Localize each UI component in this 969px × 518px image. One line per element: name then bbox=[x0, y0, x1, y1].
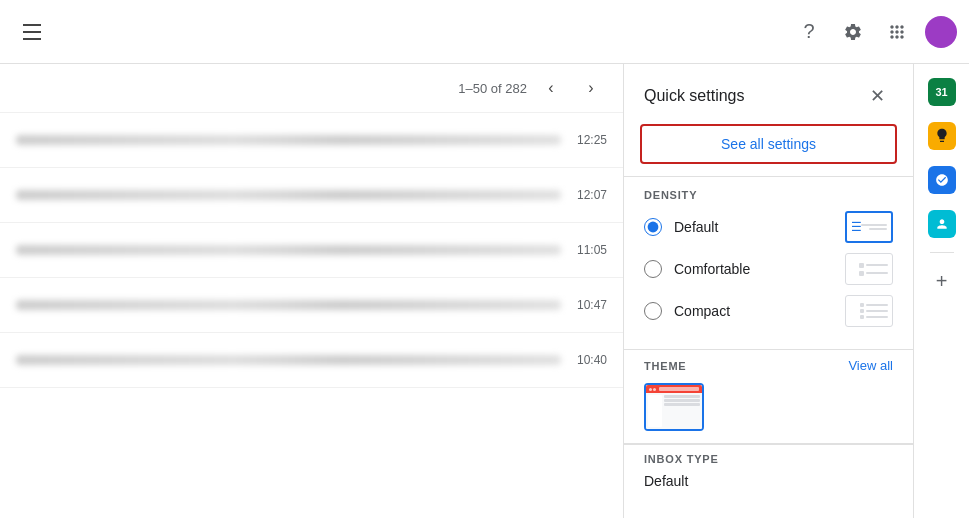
table-row[interactable]: 12:25 bbox=[0, 113, 623, 168]
email-items: 12:25 12:07 11:05 10:47 10:40 bbox=[0, 113, 623, 388]
density-label: DENSITY bbox=[644, 189, 893, 201]
email-subject bbox=[16, 300, 561, 310]
add-app-button[interactable]: + bbox=[922, 261, 962, 301]
pagination-text: 1–50 of 282 bbox=[458, 81, 527, 96]
close-icon[interactable]: ✕ bbox=[861, 80, 893, 112]
inbox-type-section: INBOX TYPE Default bbox=[624, 444, 913, 497]
density-compact-label: Compact bbox=[674, 303, 845, 319]
email-subject bbox=[16, 135, 561, 145]
density-comfortable-option[interactable]: Comfortable bbox=[644, 253, 893, 285]
prev-page-button[interactable]: ‹ bbox=[535, 72, 567, 104]
density-section: DENSITY Default ☰ Comfortable bbox=[624, 177, 913, 349]
theme-section: THEME View all bbox=[624, 350, 913, 443]
density-compact-preview bbox=[845, 295, 893, 327]
table-row[interactable]: 12:07 bbox=[0, 168, 623, 223]
density-default-label: Default bbox=[674, 219, 845, 235]
contacts-icon[interactable] bbox=[922, 204, 962, 244]
email-subject bbox=[16, 190, 561, 200]
keep-icon[interactable] bbox=[922, 116, 962, 156]
table-row[interactable]: 10:47 bbox=[0, 278, 623, 333]
settings-icon[interactable] bbox=[833, 12, 873, 52]
theme-header: THEME View all bbox=[644, 358, 893, 373]
email-subject bbox=[16, 355, 561, 365]
inbox-type-value: Default bbox=[644, 473, 893, 489]
top-bar-icons: ? bbox=[789, 12, 957, 52]
email-time: 11:05 bbox=[577, 243, 607, 257]
quick-settings-header: Quick settings ✕ bbox=[624, 64, 913, 120]
table-row[interactable]: 10:40 bbox=[0, 333, 623, 388]
next-page-button[interactable]: › bbox=[575, 72, 607, 104]
top-bar-left bbox=[0, 12, 52, 52]
calendar-badge: 31 bbox=[928, 78, 956, 106]
density-default-radio[interactable] bbox=[644, 218, 662, 236]
density-compact-radio[interactable] bbox=[644, 302, 662, 320]
email-time: 10:40 bbox=[577, 353, 607, 367]
apps-icon[interactable] bbox=[877, 12, 917, 52]
density-comfortable-label: Comfortable bbox=[674, 261, 845, 277]
pagination: 1–50 of 282 ‹ › bbox=[458, 72, 607, 104]
density-default-option[interactable]: Default ☰ bbox=[644, 211, 893, 243]
theme-section-label: THEME bbox=[644, 360, 687, 372]
quick-settings-title: Quick settings bbox=[644, 87, 744, 105]
help-icon[interactable]: ? bbox=[789, 12, 829, 52]
quick-settings-panel: Quick settings ✕ See all settings DENSIT… bbox=[623, 64, 913, 518]
contacts-badge bbox=[928, 210, 956, 238]
email-subject bbox=[16, 245, 561, 255]
density-comfortable-radio[interactable] bbox=[644, 260, 662, 278]
density-default-preview: ☰ bbox=[845, 211, 893, 243]
density-comfortable-preview bbox=[845, 253, 893, 285]
tasks-icon[interactable] bbox=[922, 160, 962, 200]
main-layout: 1–50 of 282 ‹ › 12:25 12:07 11:05 10:47 bbox=[0, 64, 969, 518]
right-sidebar: 31 + bbox=[913, 64, 969, 518]
sidebar-divider bbox=[930, 252, 954, 253]
table-row[interactable]: 11:05 bbox=[0, 223, 623, 278]
tasks-badge bbox=[928, 166, 956, 194]
email-time: 10:47 bbox=[577, 298, 607, 312]
avatar[interactable] bbox=[925, 16, 957, 48]
density-compact-option[interactable]: Compact bbox=[644, 295, 893, 327]
menu-icon[interactable] bbox=[12, 12, 52, 52]
keep-badge bbox=[928, 122, 956, 150]
view-all-themes-link[interactable]: View all bbox=[848, 358, 893, 373]
email-time: 12:07 bbox=[577, 188, 607, 202]
top-bar: ? bbox=[0, 0, 969, 64]
email-time: 12:25 bbox=[577, 133, 607, 147]
see-all-settings-button[interactable]: See all settings bbox=[640, 124, 897, 164]
email-list: 1–50 of 282 ‹ › 12:25 12:07 11:05 10:47 bbox=[0, 64, 623, 518]
inbox-type-label: INBOX TYPE bbox=[644, 453, 893, 465]
theme-thumbnail[interactable] bbox=[644, 383, 704, 431]
calendar-icon[interactable]: 31 bbox=[922, 72, 962, 112]
email-list-header: 1–50 of 282 ‹ › bbox=[0, 64, 623, 113]
